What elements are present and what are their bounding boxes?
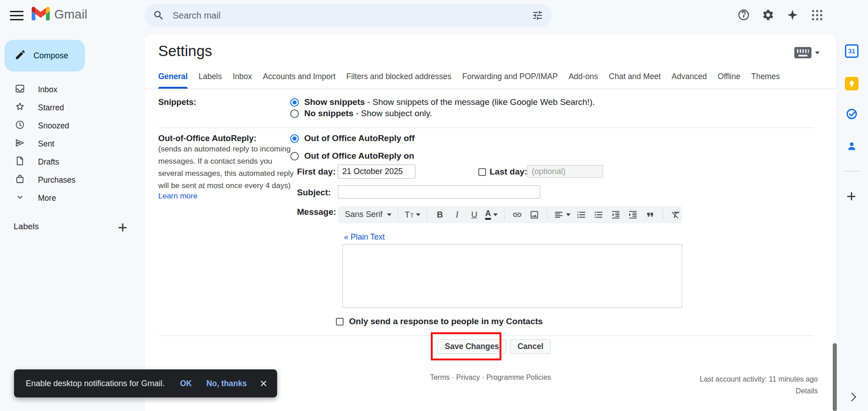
gemini-sparkle-icon[interactable] — [782, 5, 803, 25]
help-icon[interactable] — [733, 5, 754, 25]
first-day-label: First day: — [297, 167, 336, 177]
message-textarea[interactable] — [342, 244, 682, 308]
topbar-actions — [733, 5, 827, 25]
bold-button[interactable]: B — [434, 208, 446, 222]
remove-formatting-button[interactable] — [670, 208, 682, 222]
toast-ok-button[interactable]: OK — [180, 379, 192, 388]
compose-label: Compose — [33, 51, 68, 61]
caret-down-icon — [493, 213, 498, 216]
tab-add-ons[interactable]: Add-ons — [569, 64, 598, 89]
divider — [398, 209, 398, 220]
radio-button[interactable] — [290, 98, 299, 107]
text-color-button[interactable]: A — [485, 208, 498, 222]
sidebar-item-sent[interactable]: Sent — [0, 135, 136, 153]
contacts-only-option[interactable]: Only send a response to people in my Con… — [336, 317, 543, 326]
create-label-button[interactable] — [118, 222, 127, 232]
sidebar-item-label: Drafts — [38, 157, 59, 167]
option-bold-text: Out of Office AutoReply off — [304, 133, 415, 143]
font-size-button[interactable]: TT — [405, 208, 420, 222]
tasks-icon[interactable] — [843, 105, 861, 123]
contacts-icon[interactable] — [843, 137, 861, 155]
underline-button[interactable]: U — [468, 208, 481, 222]
first-day-input[interactable] — [338, 165, 415, 179]
search-icon[interactable] — [148, 5, 169, 26]
indent-less-button[interactable] — [609, 208, 622, 222]
tab-offline[interactable]: Offline — [717, 64, 740, 89]
snippets-option-show[interactable]: Show snippets - Show snippets of the mes… — [290, 97, 595, 107]
last-day-checkbox[interactable] — [478, 168, 486, 176]
message-label: Message: — [297, 207, 336, 217]
chevron-down-icon — [14, 192, 25, 204]
tab-labels[interactable]: Labels — [198, 64, 222, 89]
autoreply-option-off[interactable]: Out of Office AutoReply off — [290, 133, 415, 143]
cancel-button[interactable]: Cancel — [510, 339, 551, 354]
quote-button[interactable] — [644, 208, 656, 222]
close-icon[interactable] — [260, 380, 267, 387]
tab-forwarding-and-pop-imap[interactable]: Forwarding and POP/IMAP — [462, 64, 558, 89]
gmail-logo[interactable]: Gmail — [32, 7, 87, 22]
tab-advanced[interactable]: Advanced — [672, 64, 707, 89]
sidebar-item-more[interactable]: More — [0, 189, 136, 207]
sidebar-item-drafts[interactable]: Drafts — [0, 153, 136, 171]
plain-text-link[interactable]: « Plain Text — [344, 232, 385, 242]
file-icon — [14, 156, 25, 168]
subject-input[interactable] — [338, 185, 540, 198]
account-activity: Last account activity: 11 minutes ago De… — [700, 373, 818, 397]
send-icon — [14, 137, 25, 150]
tab-inbox[interactable]: Inbox — [233, 64, 252, 89]
radio-button[interactable] — [290, 152, 299, 161]
tab-accounts-and-import[interactable]: Accounts and Import — [263, 64, 336, 89]
align-button[interactable] — [554, 208, 571, 222]
bulleted-list-button[interactable] — [592, 208, 605, 222]
keep-icon[interactable] — [843, 75, 861, 93]
indent-more-button[interactable] — [627, 208, 639, 222]
learn-more-link[interactable]: Learn more — [158, 192, 198, 201]
programme-policies-link[interactable]: Programme Policies — [486, 373, 551, 381]
divider — [158, 335, 814, 336]
save-changes-button[interactable]: Save Changes — [438, 339, 506, 354]
hamburger-menu-icon[interactable] — [10, 6, 24, 24]
sidebar-nav: Inbox Starred Snoozed Sent Drafts Purcha… — [0, 80, 136, 207]
details-link[interactable]: Details — [700, 385, 818, 397]
calendar-icon[interactable]: 31 — [843, 42, 861, 60]
settings-tabs: General Labels Inbox Accounts and Import… — [158, 64, 780, 89]
caret-down-icon — [416, 213, 420, 216]
input-tools-selector[interactable] — [794, 47, 820, 58]
tab-chat-and-meet[interactable]: Chat and Meet — [609, 64, 661, 89]
insert-image-button[interactable] — [528, 208, 541, 222]
vertical-scrollbar[interactable] — [833, 343, 837, 411]
sidebar-item-snoozed[interactable]: Snoozed — [0, 117, 136, 135]
sidebar-item-label: Snoozed — [38, 121, 69, 131]
separator-dot: · — [452, 373, 454, 381]
tab-themes[interactable]: Themes — [751, 64, 780, 89]
get-add-ons-button[interactable] — [843, 188, 861, 206]
radio-button[interactable] — [290, 134, 299, 143]
shopping-bag-icon — [14, 174, 25, 186]
option-bold-text: Show snippets — [304, 97, 365, 107]
editor-toolbar: Sans Serif TT B I U A — [338, 206, 682, 223]
tab-filters-and-blocked-addresses[interactable]: Filters and blocked addresses — [346, 64, 451, 89]
show-side-panel-button[interactable] — [843, 388, 861, 406]
font-family-selector[interactable]: Sans Serif — [345, 210, 392, 219]
radio-button[interactable] — [290, 109, 299, 118]
italic-button[interactable]: I — [451, 208, 463, 222]
apps-grid-icon[interactable] — [807, 5, 827, 25]
snippets-option-none[interactable]: No snippets - Show subject only. — [290, 109, 432, 118]
sidebar-item-purchases[interactable]: Purchases — [0, 171, 136, 189]
search-input[interactable] — [169, 10, 527, 21]
contacts-only-checkbox[interactable] — [336, 318, 344, 326]
insert-link-button[interactable] — [511, 208, 524, 222]
numbered-list-button[interactable] — [575, 208, 588, 222]
sidebar-item-inbox[interactable]: Inbox — [0, 80, 136, 99]
compose-button[interactable]: Compose — [5, 40, 85, 71]
toast-dismiss-button[interactable]: No, thanks — [206, 379, 246, 388]
settings-gear-icon[interactable] — [758, 5, 778, 25]
tab-general[interactable]: General — [158, 64, 188, 89]
separator-dot: · — [482, 373, 484, 381]
terms-link[interactable]: Terms — [430, 373, 450, 381]
search-options-icon[interactable] — [527, 5, 548, 26]
sidebar-item-label: Purchases — [38, 175, 75, 185]
sidebar-item-starred[interactable]: Starred — [0, 99, 136, 117]
privacy-link[interactable]: Privacy — [456, 373, 480, 381]
autoreply-option-on[interactable]: Out of Office AutoReply on — [290, 151, 414, 161]
